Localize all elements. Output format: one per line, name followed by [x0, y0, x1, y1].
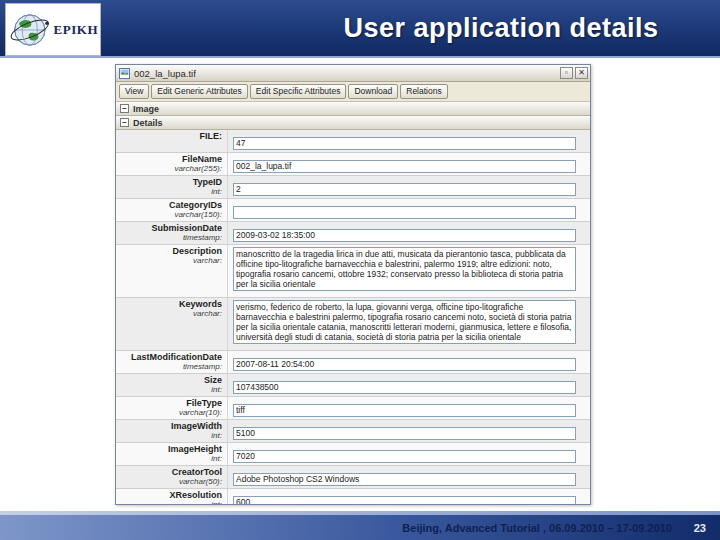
field-label-size: Sizeint: — [116, 374, 228, 396]
field-label-submissiondate: SubmissionDatetimestamp: — [116, 222, 228, 244]
field-value-size — [228, 374, 590, 396]
field-value-imagewidth — [228, 420, 590, 442]
field-value-xresolution — [228, 489, 590, 505]
field-name: FileType — [118, 398, 222, 408]
window-title: 002_la_lupa.tif — [134, 68, 558, 79]
field-datatype: varchar: — [118, 256, 222, 265]
field-datatype: int: — [118, 454, 222, 463]
field-label-xresolution: XResolutionint: — [116, 489, 228, 505]
field-name: LastModificationDate — [118, 352, 222, 362]
field-input-filename[interactable] — [233, 160, 576, 173]
field-datatype: timestamp: — [118, 362, 222, 371]
field-datatype: varchar(255): — [118, 164, 222, 173]
field-label-categoryids: CategoryIDsvarchar(150): — [116, 199, 228, 221]
field-input-filetype[interactable] — [233, 404, 576, 417]
toolbar-button-view[interactable]: View — [119, 84, 149, 99]
field-row-keywords: Keywordsvarchar: — [116, 298, 590, 351]
toolbar-button-download[interactable]: Download — [348, 84, 398, 99]
logo-text: EPIKH — [54, 22, 98, 38]
field-value-lastmodificationdate — [228, 351, 590, 373]
field-input-imagewidth[interactable] — [233, 427, 576, 440]
field-input-size[interactable] — [233, 381, 576, 394]
field-name: TypeID — [118, 177, 222, 187]
page-title: User application details — [290, 13, 712, 44]
field-value-description — [228, 245, 590, 297]
field-datatype: int: — [118, 431, 222, 440]
field-name: Size — [118, 375, 222, 385]
close-button[interactable]: ✕ — [575, 67, 588, 79]
field-value-imageheight — [228, 443, 590, 465]
field-label-file: FILE: — [116, 130, 228, 152]
field-datatype: int: — [118, 500, 222, 505]
field-name: Keywords — [118, 299, 222, 309]
field-label-description: Descriptionvarchar: — [116, 245, 228, 297]
field-datatype: varchar(150): — [118, 210, 222, 219]
toolbar-button-relations[interactable]: Relations — [400, 84, 447, 99]
field-name: CategoryIDs — [118, 200, 222, 210]
field-name: ImageWidth — [118, 421, 222, 431]
toolbar-button-edit-specific-attributes[interactable]: Edit Specific Attributes — [250, 84, 347, 99]
field-value-file — [228, 130, 590, 152]
section-details-label: Details — [133, 118, 163, 128]
field-label-lastmodificationdate: LastModificationDatetimestamp: — [116, 351, 228, 373]
field-datatype: varchar(50): — [118, 477, 222, 486]
field-name: CreatorTool — [118, 467, 222, 477]
field-input-lastmodificationdate[interactable] — [233, 358, 576, 371]
collapse-icon[interactable]: − — [120, 104, 129, 113]
field-name: FILE: — [118, 131, 222, 141]
field-row-imagewidth: ImageWidthint: — [116, 420, 590, 443]
field-input-typeid[interactable] — [233, 183, 576, 196]
field-name: XResolution — [118, 490, 222, 500]
field-input-submissiondate[interactable] — [233, 229, 576, 242]
field-row-typeid: TypeIDint: — [116, 176, 590, 199]
field-row-file: FILE: — [116, 130, 590, 153]
field-name: ImageHeight — [118, 444, 222, 454]
field-row-filename: FileNamevarchar(255): — [116, 153, 590, 176]
globe-icon — [8, 7, 52, 53]
field-row-categoryids: CategoryIDsvarchar(150): — [116, 199, 590, 222]
field-row-creatortool: CreatorToolvarchar(50): — [116, 466, 590, 489]
field-input-categoryids[interactable] — [233, 206, 576, 219]
field-label-filetype: FileTypevarchar(10): — [116, 397, 228, 419]
field-input-file[interactable] — [233, 137, 576, 150]
field-value-creatortool — [228, 466, 590, 488]
window-titlebar[interactable]: 002_la_lupa.tif ▫ ✕ — [116, 65, 590, 82]
section-image[interactable]: − Image — [116, 102, 590, 116]
field-datatype: int: — [118, 385, 222, 394]
app-window: 002_la_lupa.tif ▫ ✕ ViewEdit Generic Att… — [115, 64, 591, 505]
slide-header: EPIKH User application details — [0, 0, 720, 58]
footer-text: Beijing, Advanced Tutorial , 06.09.2010 … — [402, 522, 672, 534]
field-input-description[interactable] — [233, 247, 576, 291]
field-input-xresolution[interactable] — [233, 496, 576, 506]
field-value-filename — [228, 153, 590, 175]
field-row-size: Sizeint: — [116, 374, 590, 397]
collapse-icon[interactable]: − — [120, 118, 129, 127]
field-datatype: int: — [118, 187, 222, 196]
field-value-submissiondate — [228, 222, 590, 244]
field-value-filetype — [228, 397, 590, 419]
section-image-label: Image — [133, 104, 159, 114]
field-input-keywords[interactable] — [233, 300, 576, 344]
field-datatype: varchar(10): — [118, 408, 222, 417]
field-label-imageheight: ImageHeightint: — [116, 443, 228, 465]
details-fields: FILE:FileNamevarchar(255):TypeIDint:Cate… — [116, 130, 590, 505]
field-input-imageheight[interactable] — [233, 450, 576, 463]
field-datatype: varchar: — [118, 309, 222, 318]
field-label-imagewidth: ImageWidthint: — [116, 420, 228, 442]
field-label-creatortool: CreatorToolvarchar(50): — [116, 466, 228, 488]
field-label-filename: FileNamevarchar(255): — [116, 153, 228, 175]
field-label-keywords: Keywordsvarchar: — [116, 298, 228, 350]
restore-button[interactable]: ▫ — [560, 67, 573, 79]
field-input-creatortool[interactable] — [233, 473, 576, 486]
field-row-lastmodificationdate: LastModificationDatetimestamp: — [116, 351, 590, 374]
field-name: FileName — [118, 154, 222, 164]
image-file-icon — [119, 68, 130, 79]
section-details[interactable]: − Details — [116, 116, 590, 130]
epikh-logo: EPIKH — [5, 3, 101, 56]
field-row-submissiondate: SubmissionDatetimestamp: — [116, 222, 590, 245]
field-label-typeid: TypeIDint: — [116, 176, 228, 198]
field-row-imageheight: ImageHeightint: — [116, 443, 590, 466]
field-name: SubmissionDate — [118, 223, 222, 233]
field-name: Description — [118, 246, 222, 256]
toolbar-button-edit-generic-attributes[interactable]: Edit Generic Attributes — [151, 84, 248, 99]
